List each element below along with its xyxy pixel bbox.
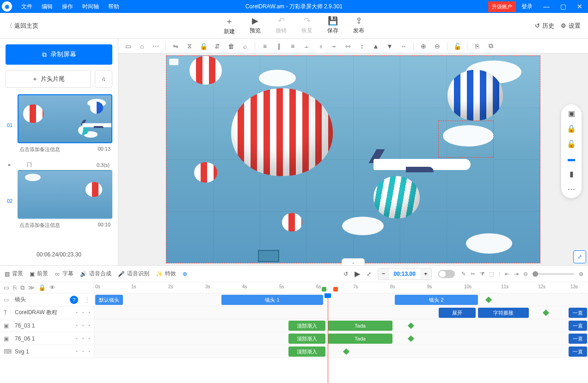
time-plus[interactable]: +: [420, 268, 431, 280]
unlock[interactable]: 🔓: [451, 40, 463, 52]
tab-subtitle[interactable]: ㏄字幕: [55, 270, 74, 278]
tool-lock[interactable]: 🔒: [197, 40, 209, 52]
time-minus[interactable]: −: [378, 268, 389, 280]
preview-button[interactable]: ▶预览: [250, 16, 261, 36]
clip-shot-1[interactable]: 镜头 1: [221, 295, 323, 305]
tool-pointer[interactable]: ▭: [122, 40, 134, 52]
history-button[interactable]: ↺历史: [535, 22, 554, 30]
help-button[interactable]: ?: [70, 296, 78, 304]
clip-topin[interactable]: 顶部渐入: [288, 347, 325, 357]
rewind-button[interactable]: ↺: [343, 271, 348, 277]
zoom-in[interactable]: ⊕: [417, 40, 429, 52]
clip-topin[interactable]: 顶部渐入: [288, 334, 325, 344]
menu-action[interactable]: 操作: [57, 0, 78, 13]
minimize-button[interactable]: —: [538, 0, 555, 13]
add-track-icon[interactable]: ▭: [4, 284, 9, 291]
tool-home[interactable]: ⌂: [136, 40, 148, 52]
align-middle[interactable]: ⫞: [314, 40, 326, 52]
scene-item-1[interactable]: 01 点击添加备注信息00:13: [6, 94, 112, 156]
clip-always[interactable]: 一直: [569, 308, 587, 318]
fullscreen-button[interactable]: ⤢: [367, 271, 371, 277]
keyframe[interactable]: [408, 322, 414, 329]
tab-asr[interactable]: 🎤语音识别: [118, 270, 149, 278]
lock-all-icon[interactable]: 🔒: [38, 284, 46, 291]
scene-note[interactable]: 点击添加备注信息: [19, 222, 60, 229]
balloon-blue[interactable]: [447, 70, 503, 121]
ft-lock-closed-icon[interactable]: 🔒: [567, 124, 576, 133]
canvas[interactable]: [166, 55, 540, 263]
edit-icon[interactable]: ✎: [461, 271, 466, 277]
clip-always[interactable]: 一直: [569, 321, 587, 331]
tool-hourglass[interactable]: ⧖: [184, 40, 196, 52]
zoom-in-tl[interactable]: ⊕: [579, 271, 583, 277]
spacing-h[interactable]: ↔: [398, 40, 410, 52]
duplicate[interactable]: ⧉: [485, 40, 497, 52]
marker-green[interactable]: [322, 287, 326, 292]
distribute-h[interactable]: ⇿: [342, 40, 354, 52]
tab-effects[interactable]: ✨特效: [156, 270, 176, 278]
tool-focus[interactable]: ⌕: [239, 40, 251, 52]
clip-expand[interactable]: 展开: [439, 308, 476, 318]
track-img2[interactable]: 顶部渐入 Tada 一直: [94, 332, 588, 345]
clip-always[interactable]: 一直: [569, 347, 587, 357]
chevrons-icon[interactable]: ≫: [28, 284, 35, 291]
track-svg[interactable]: 顶部渐入 一直: [94, 345, 588, 358]
close-button[interactable]: ✕: [571, 0, 588, 13]
clip-tada[interactable]: Tada: [328, 321, 392, 331]
ft-lock-open-icon[interactable]: 🔓: [567, 140, 576, 148]
visibility-icon[interactable]: 👁: [49, 284, 55, 291]
settings-button[interactable]: ⚙设置: [561, 22, 581, 30]
tool-flip-h[interactable]: ⇋: [170, 40, 182, 52]
align-center-v[interactable]: ∥: [273, 40, 285, 52]
keyframe-add[interactable]: [485, 297, 492, 303]
align-top[interactable]: ⫠: [300, 40, 312, 52]
playhead[interactable]: [328, 293, 328, 383]
zoom-out-tl[interactable]: ⊖: [523, 271, 528, 277]
align-right[interactable]: ≡: [287, 40, 299, 52]
filter-icon[interactable]: ⧩: [480, 271, 484, 277]
fit-view-button[interactable]: ⤢: [573, 250, 586, 263]
time-ruler[interactable]: 0s 1s 2s 3s 4s 5s 6s 7s 8s 9s 10s 11s 12…: [94, 282, 588, 293]
menu-help[interactable]: 帮助: [104, 0, 124, 13]
tab-background[interactable]: ▨背景: [5, 270, 23, 278]
new-button[interactable]: ＋新建: [224, 16, 235, 36]
airplane[interactable]: [374, 153, 471, 176]
frame-out-icon[interactable]: ⇥: [514, 271, 519, 277]
keyframe[interactable]: [343, 348, 349, 355]
copy[interactable]: ⎘: [471, 40, 483, 52]
balloon-teal[interactable]: [374, 176, 420, 219]
scene-note[interactable]: 点击添加备注信息: [19, 146, 60, 153]
ft-mobile-icon[interactable]: ▮: [570, 170, 574, 178]
send-back[interactable]: ▼: [384, 40, 396, 52]
scene-thumbnail[interactable]: [18, 94, 112, 143]
collapse-canvas-button[interactable]: ⌄: [342, 258, 365, 265]
align-bottom[interactable]: ⫟: [328, 40, 340, 52]
save-button[interactable]: 💾保存: [327, 16, 338, 36]
clip-shot-2[interactable]: 镜头 2: [395, 295, 478, 305]
distribute-v[interactable]: ↕: [356, 40, 368, 52]
balloon-main[interactable]: [231, 88, 333, 176]
tool-delete[interactable]: 🗑: [225, 40, 237, 52]
sound-button[interactable]: ♫: [95, 70, 112, 88]
redo-button[interactable]: ↷恢复: [301, 16, 312, 36]
menu-edit[interactable]: 编辑: [37, 0, 57, 13]
upgrade-button[interactable]: 升级账户: [488, 1, 516, 12]
bring-front[interactable]: ▲: [370, 40, 382, 52]
track-shots[interactable]: 默认镜头 镜头 1 镜头 2: [94, 293, 588, 306]
maximize-button[interactable]: ▢: [555, 0, 571, 13]
frame-in-icon[interactable]: ⇤: [505, 271, 509, 277]
clip-topin[interactable]: 顶部渐入: [288, 321, 325, 331]
clip-charexpand[interactable]: 字符膨胀: [478, 308, 529, 318]
back-home-button[interactable]: 〈 返回主页: [0, 22, 45, 30]
record-screen-button[interactable]: ⧉ 录制屏幕: [6, 44, 112, 65]
lasso-icon[interactable]: ⬚: [489, 271, 494, 277]
keyframe[interactable]: [408, 335, 414, 342]
keyframe[interactable]: [543, 310, 549, 316]
snap-toggle[interactable]: [438, 270, 455, 278]
scene-thumbnail[interactable]: [18, 170, 112, 219]
ft-display-icon[interactable]: ▬: [568, 155, 575, 163]
marker-red[interactable]: [333, 287, 338, 292]
clip-default-shot[interactable]: 默认镜头: [95, 295, 123, 305]
tab-foreground[interactable]: ▣前景: [30, 270, 48, 278]
scene-transition[interactable]: ▸ 门 0.3(s): [6, 159, 112, 170]
